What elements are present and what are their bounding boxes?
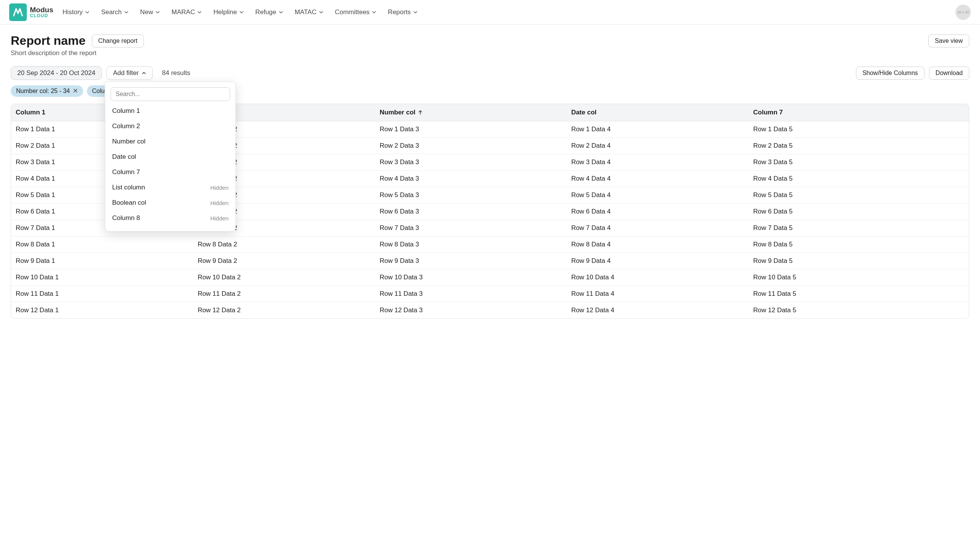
nav-item-label: History bbox=[62, 8, 83, 16]
table-row[interactable]: Row 10 Data 1Row 10 Data 2Row 10 Data 3R… bbox=[11, 269, 969, 286]
table-cell: Row 6 Data 4 bbox=[567, 204, 748, 220]
popover-search-input[interactable] bbox=[111, 87, 230, 101]
chevron-down-icon bbox=[85, 10, 90, 15]
table-cell: Row 8 Data 5 bbox=[749, 236, 969, 253]
table-cell: Row 9 Data 2 bbox=[193, 253, 375, 269]
popover-item[interactable]: Column 2 bbox=[105, 119, 235, 134]
nav-item-refuge[interactable]: Refuge bbox=[255, 8, 283, 16]
date-range-pill[interactable]: 20 Sep 2024 - 20 Oct 2024 bbox=[11, 66, 102, 80]
table-cell: Row 12 Data 2 bbox=[193, 302, 375, 319]
table-header-label: Number col bbox=[380, 109, 416, 116]
table-cell: Row 11 Data 3 bbox=[375, 286, 567, 302]
nav-item-label: Search bbox=[101, 8, 122, 16]
chevron-down-icon bbox=[319, 10, 323, 15]
filter-chip-number-col[interactable]: Number col: 25 - 34 bbox=[11, 85, 83, 97]
chevron-down-icon bbox=[239, 10, 244, 15]
chevron-up-icon bbox=[142, 71, 146, 75]
chevron-down-icon bbox=[155, 10, 160, 15]
change-report-button[interactable]: Change report bbox=[92, 34, 144, 47]
nav-item-matac[interactable]: MATAC bbox=[295, 8, 323, 16]
popover-item[interactable]: List columnHidden bbox=[105, 180, 235, 195]
popover-item[interactable]: Column 1 bbox=[105, 103, 235, 119]
nav-item-history[interactable]: History bbox=[62, 8, 90, 16]
nav-item-label: Committees bbox=[335, 8, 370, 16]
page-body: Report name Change report Save view Shor… bbox=[0, 24, 980, 328]
popover-item[interactable]: Column 8Hidden bbox=[105, 210, 235, 226]
main-nav: HistorySearchNewMARACHelplineRefugeMATAC… bbox=[62, 8, 418, 16]
table-cell: Row 1 Data 4 bbox=[567, 121, 748, 138]
table-row[interactable]: Row 12 Data 1Row 12 Data 2Row 12 Data 3R… bbox=[11, 302, 969, 319]
nav-item-reports[interactable]: Reports bbox=[388, 8, 418, 16]
nav-item-marac[interactable]: MARAC bbox=[172, 8, 202, 16]
table-cell: Row 2 Data 3 bbox=[375, 138, 567, 154]
nav-item-label: Helpline bbox=[213, 8, 237, 16]
table-cell: Row 12 Data 4 bbox=[567, 302, 748, 319]
popover-item-hidden-badge: Hidden bbox=[210, 184, 229, 191]
nav-item-label: Refuge bbox=[255, 8, 276, 16]
filter-chip-label: Number col: 25 - 34 bbox=[16, 88, 70, 95]
popover-item-label: List column bbox=[112, 184, 145, 191]
popover-item[interactable]: Boolean colHidden bbox=[105, 195, 235, 210]
popover-item-label: Column 2 bbox=[112, 122, 140, 130]
table-cell: Row 10 Data 3 bbox=[375, 269, 567, 286]
results-count: 84 results bbox=[162, 69, 190, 77]
filter-chip-partial[interactable]: Colu bbox=[87, 85, 105, 97]
logo-text: Modus CLOUD bbox=[30, 6, 53, 18]
table-cell: Row 10 Data 5 bbox=[749, 269, 969, 286]
table-cell: Row 5 Data 4 bbox=[567, 187, 748, 204]
table-cell: Row 8 Data 2 bbox=[193, 236, 375, 253]
nav-item-label: Reports bbox=[388, 8, 411, 16]
filter-chip-remove-icon[interactable] bbox=[73, 88, 78, 95]
logo[interactable]: Modus CLOUD bbox=[9, 3, 53, 21]
table-cell: Row 7 Data 5 bbox=[749, 220, 969, 236]
nav-item-new[interactable]: New bbox=[140, 8, 160, 16]
nav-item-helpline[interactable]: Helpline bbox=[213, 8, 243, 16]
nav-item-committees[interactable]: Committees bbox=[335, 8, 377, 16]
table-cell: Row 11 Data 5 bbox=[749, 286, 969, 302]
popover-item[interactable]: Column 7 bbox=[105, 165, 235, 180]
table-cell: Row 10 Data 4 bbox=[567, 269, 748, 286]
table-cell: Row 10 Data 2 bbox=[193, 269, 375, 286]
table-cell: Row 12 Data 3 bbox=[375, 302, 567, 319]
table-header-cell[interactable]: Column 7 bbox=[749, 104, 969, 121]
popover-item[interactable]: Number col bbox=[105, 134, 235, 149]
controls-row: 20 Sep 2024 - 20 Oct 2024 Add filter 84 … bbox=[11, 66, 969, 80]
avatar[interactable]: 40 x 40 bbox=[956, 5, 971, 20]
table-cell: Row 1 Data 3 bbox=[375, 121, 567, 138]
table-cell: Row 9 Data 3 bbox=[375, 253, 567, 269]
add-filter-button[interactable]: Add filter bbox=[106, 66, 153, 80]
date-range-label: 20 Sep 2024 - 20 Oct 2024 bbox=[17, 69, 95, 77]
table-cell: Row 8 Data 3 bbox=[375, 236, 567, 253]
show-hide-columns-button[interactable]: Show/Hide Columns bbox=[856, 67, 924, 80]
table-cell: Row 6 Data 3 bbox=[375, 204, 567, 220]
logo-mark-icon bbox=[9, 3, 27, 21]
table-cell: Row 5 Data 5 bbox=[749, 187, 969, 204]
table-cell: Row 11 Data 1 bbox=[11, 286, 193, 302]
add-filter-label: Add filter bbox=[113, 69, 139, 77]
table-cell: Row 9 Data 1 bbox=[11, 253, 193, 269]
table-row[interactable]: Row 8 Data 1Row 8 Data 2Row 8 Data 3Row … bbox=[11, 236, 969, 253]
table-cell: Row 6 Data 5 bbox=[749, 204, 969, 220]
chevron-down-icon bbox=[124, 10, 129, 15]
table-cell: Row 8 Data 1 bbox=[11, 236, 193, 253]
table-row[interactable]: Row 9 Data 1Row 9 Data 2Row 9 Data 3Row … bbox=[11, 253, 969, 269]
page-title: Report name bbox=[11, 34, 86, 48]
table-cell: Row 2 Data 4 bbox=[567, 138, 748, 154]
controls-left: 20 Sep 2024 - 20 Oct 2024 Add filter 84 … bbox=[11, 66, 190, 80]
nav-item-search[interactable]: Search bbox=[101, 8, 129, 16]
table-cell: Row 12 Data 5 bbox=[749, 302, 969, 319]
logo-line2: CLOUD bbox=[30, 13, 53, 18]
save-view-button[interactable]: Save view bbox=[928, 34, 969, 47]
avatar-placeholder: 40 x 40 bbox=[957, 10, 969, 14]
popover-item[interactable]: Date col bbox=[105, 149, 235, 165]
table-row[interactable]: Row 11 Data 1Row 11 Data 2Row 11 Data 3R… bbox=[11, 286, 969, 302]
download-button[interactable]: Download bbox=[929, 67, 969, 80]
table-cell: Row 4 Data 4 bbox=[567, 171, 748, 187]
table-cell: Row 9 Data 4 bbox=[567, 253, 748, 269]
controls-right: Show/Hide Columns Download bbox=[856, 67, 969, 80]
table-header-cell[interactable]: Date col bbox=[567, 104, 748, 121]
table-cell: Row 3 Data 5 bbox=[749, 154, 969, 171]
table-cell: Row 12 Data 1 bbox=[11, 302, 193, 319]
table-cell: Row 11 Data 4 bbox=[567, 286, 748, 302]
table-header-cell[interactable]: Number col bbox=[375, 104, 567, 121]
